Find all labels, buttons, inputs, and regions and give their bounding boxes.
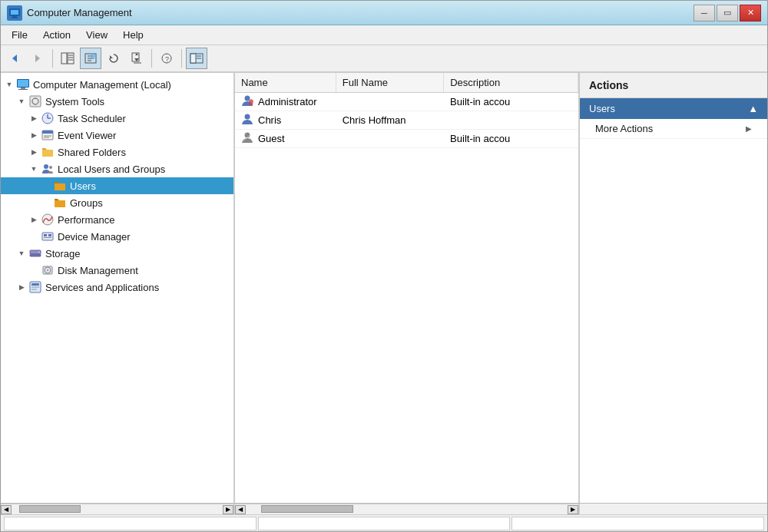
svg-rect-57 <box>31 286 39 288</box>
expand-task-scheduler-icon: ▶ <box>28 113 39 124</box>
content-scroll-left-btn[interactable]: ◀ <box>235 505 246 514</box>
performance-icon <box>41 213 55 226</box>
content-hscroll[interactable]: ◀ ▶ <box>235 504 578 514</box>
restore-button[interactable]: ▭ <box>717 5 738 21</box>
more-actions-label: More Actions <box>595 123 653 134</box>
help-button[interactable]: ? <box>156 48 177 69</box>
tree-hscroll[interactable]: ◀ ▶ <box>1 504 233 514</box>
tree-system-tools[interactable]: ▼ System Tools <box>1 93 233 110</box>
list-row-administrator[interactable]: Administrator Built-in accou <box>235 93 578 111</box>
tree-event-viewer[interactable]: ▶ Event Viewer <box>1 127 233 144</box>
expand-device-manager-icon <box>28 231 39 242</box>
col-header-fullname[interactable]: Full Name <box>336 73 444 92</box>
tree-root[interactable]: ▼ Computer Management (Local) <box>1 76 233 93</box>
tree-scroll-thumb[interactable] <box>19 505 81 513</box>
tree-scroll-right-btn[interactable]: ▶ <box>223 505 233 514</box>
separator-3 <box>181 49 182 68</box>
svg-point-51 <box>38 252 40 253</box>
export-button[interactable] <box>126 48 147 69</box>
disk-management-icon <box>41 264 55 276</box>
cell-chris-name: Chris <box>235 111 336 129</box>
back-button[interactable] <box>4 48 25 69</box>
tree-shared-folders[interactable]: ▶ Shared Folders <box>1 144 233 160</box>
tree-performance[interactable]: ▶ Performance <box>1 211 233 228</box>
expand-storage-icon: ▼ <box>16 248 27 259</box>
tree-scroll-left-btn[interactable]: ◀ <box>1 505 12 514</box>
content-scroll-thumb[interactable] <box>261 505 353 513</box>
local-users-icon <box>41 163 55 175</box>
expand-performance-icon: ▶ <box>28 214 39 225</box>
guest-user-icon <box>241 131 255 146</box>
menu-help[interactable]: Help <box>115 27 151 43</box>
cell-guest-name: Guest <box>235 130 336 147</box>
tree-services-apps[interactable]: ▶ Services and Applications <box>1 279 233 296</box>
list-row-chris[interactable]: Chris Chris Hoffman <box>235 111 578 130</box>
svg-rect-39 <box>42 131 53 134</box>
col-header-description[interactable]: Description <box>444 73 578 92</box>
actions-section-label: Users <box>589 103 615 114</box>
actions-section-users[interactable]: Users ▲ <box>580 98 767 119</box>
computer-icon <box>16 78 30 91</box>
tree-groups-label: Groups <box>70 197 103 209</box>
svg-marker-5 <box>35 55 40 62</box>
svg-rect-2 <box>12 16 17 18</box>
tree-pane[interactable]: ▼ Computer Management (Local) ▼ <box>1 73 235 503</box>
svg-rect-56 <box>31 283 39 286</box>
shared-folders-icon <box>41 146 55 158</box>
tree-task-scheduler-label: Task Scheduler <box>58 113 126 124</box>
svg-rect-28 <box>18 80 28 87</box>
expand-system-tools-icon: ▼ <box>16 96 27 107</box>
svg-rect-58 <box>31 289 37 290</box>
app-icon <box>7 5 22 21</box>
tree-scroll-bottom: ◀ ▶ <box>1 504 235 514</box>
tree-storage[interactable]: ▼ Storage <box>1 245 233 262</box>
menu-bar: File Action View Help <box>1 25 767 45</box>
svg-marker-4 <box>12 55 17 62</box>
cell-chris-fullname: Chris Hoffman <box>336 113 444 127</box>
tree-device-manager[interactable]: Device Manager <box>1 228 233 245</box>
status-segment-2 <box>258 517 511 530</box>
event-viewer-icon <box>41 129 55 141</box>
services-apps-icon <box>28 281 42 293</box>
groups-folder-icon <box>53 197 67 209</box>
cell-admin-fullname <box>336 101 444 104</box>
status-bar <box>1 514 767 531</box>
svg-rect-6 <box>61 53 67 64</box>
refresh-button[interactable] <box>103 48 124 69</box>
svg-rect-24 <box>190 54 196 63</box>
tree-task-scheduler[interactable]: ▶ Task Scheduler <box>1 110 233 127</box>
close-button[interactable]: ✕ <box>740 5 761 21</box>
content-scroll-right-btn[interactable]: ▶ <box>568 505 578 514</box>
menu-file[interactable]: File <box>4 27 35 43</box>
tree-groups[interactable]: Groups <box>1 194 233 211</box>
show-console-tree-button[interactable] <box>57 48 78 69</box>
actions-more-actions[interactable]: More Actions ▶ <box>580 119 767 139</box>
svg-rect-1 <box>11 10 18 15</box>
minimize-button[interactable]: ─ <box>694 5 715 21</box>
tree-scroll-track <box>12 505 223 514</box>
tree-device-manager-label: Device Manager <box>58 231 131 243</box>
storage-icon <box>28 247 42 259</box>
menu-action[interactable]: Action <box>35 27 78 43</box>
content-pane[interactable]: Name Full Name Description Administrator <box>235 73 580 503</box>
console-button[interactable] <box>186 48 207 69</box>
system-tools-icon <box>28 95 42 107</box>
tree-users[interactable]: Users <box>1 177 233 194</box>
expand-local-users-icon: ▼ <box>28 164 39 174</box>
properties-button[interactable] <box>80 48 101 69</box>
separator-2 <box>151 49 152 68</box>
tree-disk-management-label: Disk Management <box>58 265 138 276</box>
admin-user-icon <box>241 94 255 109</box>
content-scroll-bottom: ◀ ▶ <box>235 504 580 514</box>
main-area: ▼ Computer Management (Local) ▼ <box>1 73 767 503</box>
expand-shared-folders-icon: ▶ <box>28 147 39 157</box>
svg-point-54 <box>47 269 48 271</box>
list-row-guest[interactable]: Guest Built-in accou <box>235 130 578 148</box>
svg-rect-3 <box>11 18 18 18</box>
col-header-name[interactable]: Name <box>235 73 336 92</box>
tree-local-users-groups[interactable]: ▼ Local Users and Groups <box>1 160 233 177</box>
task-scheduler-icon <box>41 112 55 124</box>
forward-button[interactable] <box>27 48 48 69</box>
menu-view[interactable]: View <box>78 27 115 43</box>
tree-disk-management[interactable]: Disk Management <box>1 262 233 279</box>
